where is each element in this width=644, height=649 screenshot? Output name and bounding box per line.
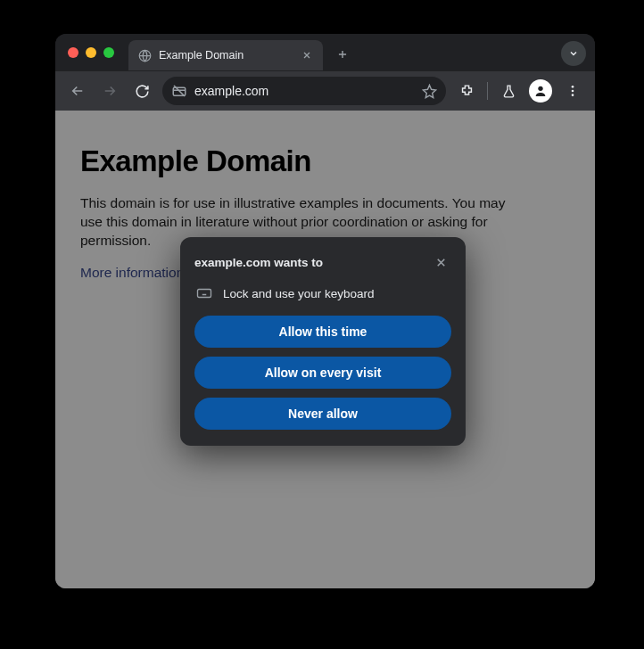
permission-dialog: example.com wants to Lock and use your k… — [180, 237, 466, 446]
tab-close-button[interactable] — [300, 48, 314, 62]
site-info-icon[interactable] — [171, 83, 187, 99]
browser-tab[interactable]: Example Domain — [128, 40, 323, 70]
permission-request-row: Lock and use your keyboard — [194, 285, 451, 301]
url-text: example.com — [194, 84, 415, 98]
window-minimize-button[interactable] — [86, 47, 96, 58]
new-tab-button[interactable] — [330, 42, 355, 67]
toolbar-divider — [487, 82, 488, 100]
permission-dialog-header: example.com wants to — [194, 251, 451, 273]
profile-avatar-icon — [529, 79, 552, 103]
back-button[interactable] — [62, 76, 93, 106]
allow-always-button[interactable]: Allow on every visit — [194, 357, 451, 389]
svg-point-3 — [572, 86, 574, 88]
permission-dialog-title: example.com wants to — [194, 256, 323, 269]
svg-point-4 — [572, 90, 574, 93]
svg-point-5 — [572, 94, 574, 96]
window-maximize-button[interactable] — [103, 47, 114, 58]
globe-icon — [137, 48, 152, 62]
toolbar: example.com — [55, 71, 595, 111]
svg-rect-6 — [198, 290, 211, 298]
profile-button[interactable] — [525, 76, 556, 106]
window-controls — [68, 47, 114, 58]
browser-window: Example Domain — [55, 34, 595, 588]
labs-button[interactable] — [493, 76, 524, 106]
svg-point-2 — [538, 86, 542, 91]
extensions-button[interactable] — [451, 76, 482, 106]
bookmark-star-icon[interactable] — [422, 84, 437, 99]
menu-button[interactable] — [557, 76, 588, 106]
allow-once-button[interactable]: Allow this time — [194, 316, 451, 348]
page-content-area: Example Domain This domain is for use in… — [55, 111, 595, 588]
permission-dialog-close-button[interactable] — [430, 251, 451, 273]
permission-request-text: Lock and use your keyboard — [223, 287, 375, 300]
forward-button[interactable] — [95, 76, 125, 106]
reload-button[interactable] — [127, 76, 157, 106]
tab-bar: Example Domain — [55, 34, 595, 71]
window-close-button[interactable] — [68, 47, 78, 58]
never-allow-button[interactable]: Never allow — [194, 398, 451, 430]
keyboard-icon — [196, 285, 212, 301]
address-bar[interactable]: example.com — [162, 77, 446, 105]
tab-title: Example Domain — [159, 49, 293, 62]
tab-search-dropdown[interactable] — [561, 41, 586, 66]
